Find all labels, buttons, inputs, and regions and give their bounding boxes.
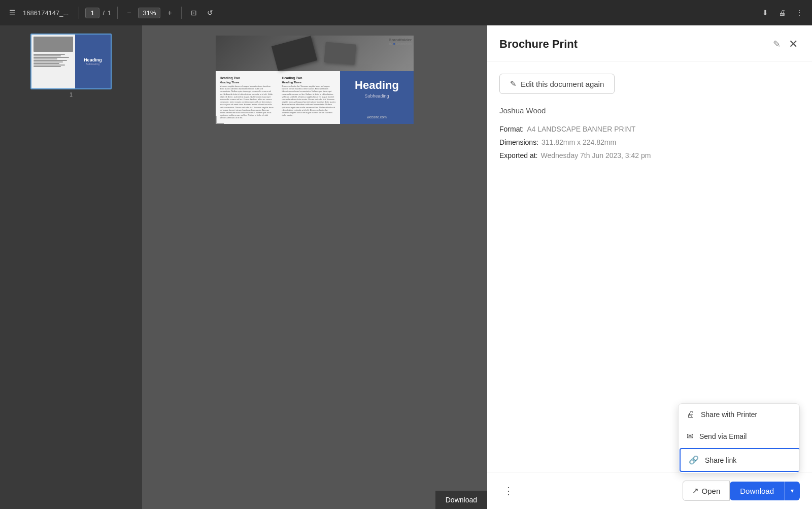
thumbnail-page-number: 1: [70, 91, 73, 98]
dimensions-row: Dimensions: 311.82mm x 224.82mm: [499, 138, 800, 146]
thumb-line: [33, 61, 63, 62]
zoom-decrease-button[interactable]: −: [124, 7, 134, 19]
send-email-label: Send via Email: [699, 432, 747, 440]
chevron-down-icon: ▾: [791, 487, 794, 494]
doc-box-2: [324, 42, 356, 65]
page-total: 1: [108, 9, 111, 17]
print-icon: 🖨: [779, 9, 786, 17]
format-value: A4 LANDSCAPE BANNER PRINT: [527, 125, 635, 133]
info-edit-icon-button[interactable]: ✎: [771, 37, 783, 52]
doc-left-heading: Heading Two: [220, 76, 274, 80]
thumb-line: [33, 57, 69, 58]
more-toolbar-button[interactable]: ⋮: [793, 7, 806, 19]
doc-top-image: [216, 36, 414, 71]
thumb-line: [33, 66, 61, 67]
doc-big-heading: Heading Subheading: [355, 79, 399, 99]
thumb-line: [33, 54, 65, 55]
send-via-email-item[interactable]: ✉ Send via Email: [679, 425, 799, 447]
doc-right-body: Donec sed odio dui. Vivamus sagittis lac…: [282, 85, 336, 116]
more-icon: ⋮: [796, 9, 803, 17]
doc-left-body: Vivamus sagittis lacus vel augue laoreet…: [220, 85, 274, 119]
printer-icon: 🖨: [687, 410, 695, 419]
thumb-line: [33, 63, 59, 64]
print-toolbar-button[interactable]: 🖨: [775, 7, 789, 19]
info-footer: ⋮ ↗ Open Download ▾: [487, 472, 812, 509]
page-input[interactable]: [85, 8, 99, 18]
download-toolbar-button[interactable]: ⬇: [759, 7, 771, 19]
thumb-heading: Heading: [84, 57, 102, 62]
email-icon: ✉: [687, 431, 693, 441]
fit-icon: ⊡: [191, 9, 197, 17]
share-printer-label: Share with Printer: [701, 410, 757, 419]
menu-button[interactable]: ☰: [6, 7, 19, 19]
hamburger-icon: ☰: [9, 9, 16, 17]
zoom-increase-button[interactable]: +: [164, 7, 175, 19]
doc-big-subheading: Subheading: [355, 93, 399, 99]
divider-3: [181, 7, 182, 19]
thumb-img: [33, 37, 73, 52]
author-label: Joshua Wood: [499, 106, 800, 115]
download-main-button[interactable]: Download: [730, 482, 784, 500]
info-panel: Brochure Print ✎ ✕ ✎ Edit this document …: [487, 25, 812, 509]
doc-right-subheading: Heading Three: [282, 81, 336, 84]
open-button[interactable]: ↗ Open: [683, 481, 730, 501]
thumbnail-sidebar: Heading Subheading 1: [0, 25, 142, 509]
edit-document-label: Edit this document again: [521, 80, 604, 88]
minus-icon: −: [127, 9, 131, 17]
link-icon: 🔗: [689, 455, 699, 465]
doc-website: website.com: [367, 115, 387, 119]
dimensions-label: Dimensions:: [499, 138, 538, 146]
thumb-line: [33, 55, 61, 56]
document-panel: Heading Subheading 1 Brandfolder by ■ Sm…: [0, 25, 487, 509]
share-with-printer-item[interactable]: 🖨 Share with Printer: [679, 404, 799, 425]
doc-logo: Brandfolder by ■ Smartsheet: [389, 38, 412, 45]
rotate-button[interactable]: ↺: [204, 7, 216, 19]
doc-box-1: [272, 36, 317, 71]
exported-label: Exported at:: [499, 151, 538, 160]
plus-icon: +: [167, 9, 172, 17]
toolbar: ☰ 1686174147_... / 1 − 31% + ⊡ ↺ ⬇ 🖨 ⋮: [0, 0, 812, 25]
download-caret-button[interactable]: ▾: [784, 482, 800, 500]
open-button-label: Open: [702, 487, 721, 495]
divider-1: [79, 7, 79, 19]
share-link-item[interactable]: 🔗 Share link: [680, 448, 800, 472]
share-link-label: Share link: [705, 456, 736, 464]
thumb-text-block: [33, 54, 73, 67]
info-metadata: Format: A4 LANDSCAPE BANNER PRINT Dimens…: [499, 125, 800, 160]
dimensions-value: 311.82mm x 224.82mm: [542, 138, 616, 146]
thumbnail-frame: Heading Subheading: [30, 34, 112, 89]
pencil-icon: ✎: [510, 79, 517, 88]
thumb-left: [31, 35, 75, 88]
thumb-line: [33, 60, 67, 61]
download-toast: Download: [435, 491, 487, 509]
thumb-right: Heading Subheading: [75, 35, 111, 88]
thumbnail-inner: Heading Subheading: [31, 35, 111, 88]
rotate-icon: ↺: [207, 9, 213, 17]
doc-body: Heading Two Heading Three Vivamus sagitt…: [216, 71, 414, 124]
footer-more-button[interactable]: ⋮: [499, 483, 518, 499]
thumb-subheading: Subheading: [86, 62, 100, 66]
page-navigation: / 1: [85, 8, 111, 18]
share-dropdown: 🖨 Share with Printer ✉ Send via Email 🔗 …: [678, 403, 800, 473]
info-close-button[interactable]: ✕: [787, 36, 800, 53]
divider-2: [117, 7, 118, 19]
main-area: Heading Subheading 1 Brandfolder by ■ Sm…: [0, 25, 812, 509]
download-icon: ⬇: [762, 9, 768, 17]
more-dots-icon: ⋮: [503, 485, 514, 496]
exported-value: Wednesday 7th Jun 2023, 3:42 pm: [541, 151, 651, 160]
document-canvas[interactable]: Brandfolder by ■ Smartsheet Heading Two …: [142, 25, 487, 509]
format-row: Format: A4 LANDSCAPE BANNER PRINT: [499, 125, 800, 133]
doc-left-subheading: Heading Three: [220, 81, 274, 84]
download-button-group: Download ▾: [730, 482, 800, 500]
thumb-line: [33, 65, 65, 66]
edit-document-button[interactable]: ✎ Edit this document again: [499, 74, 615, 94]
info-title: Brochure Print: [499, 38, 771, 51]
thumb-line: [33, 58, 57, 59]
fit-button[interactable]: ⊡: [188, 7, 200, 19]
thumbnail-item-1[interactable]: Heading Subheading 1: [30, 34, 112, 98]
filename-label: 1686174147_...: [23, 9, 69, 17]
doc-right-heading: Heading Two: [282, 76, 336, 80]
page-sep: /: [103, 9, 105, 17]
exported-row: Exported at: Wednesday 7th Jun 2023, 3:4…: [499, 151, 800, 160]
doc-middle-column: Heading Two Heading Three Donec sed odio…: [278, 71, 341, 124]
